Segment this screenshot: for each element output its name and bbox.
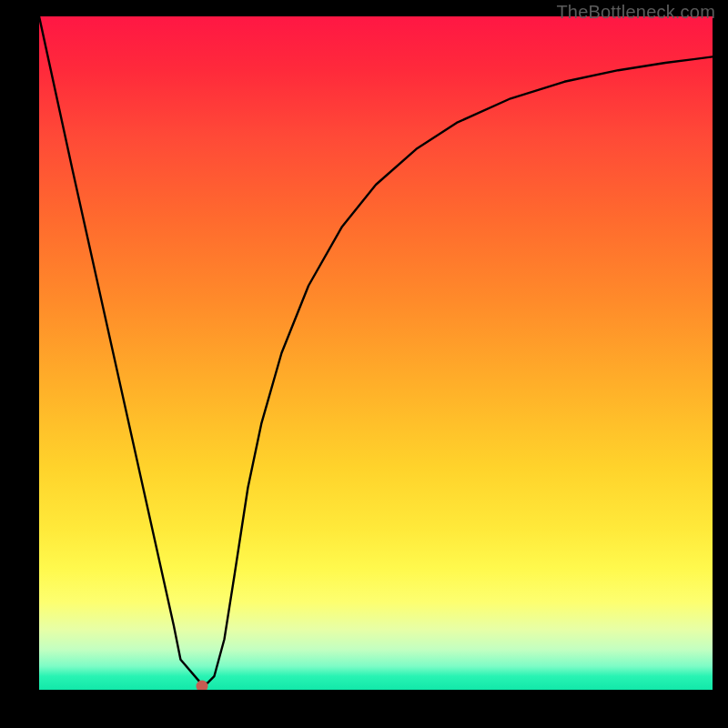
- bottleneck-marker: [197, 681, 208, 690]
- plot-area: [39, 16, 713, 690]
- chart-frame: TheBottleneck.com: [0, 0, 728, 728]
- watermark-text: TheBottleneck.com: [556, 2, 715, 23]
- curve-line: [39, 16, 713, 690]
